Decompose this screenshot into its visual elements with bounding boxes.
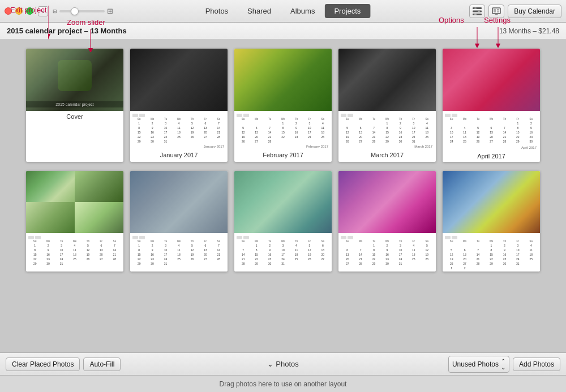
settings-icon (492, 7, 501, 15)
calendar-page-january[interactable]: Su Mo Tu We Th Fr Sa 1 2 3 4 5 6 7 8 9 1 (130, 49, 228, 162)
cal-day: 14 (212, 126, 225, 130)
back-button[interactable]: ‹ (38, 6, 48, 16)
cal-day: 26 (186, 135, 199, 139)
zoom-thumb[interactable] (71, 7, 79, 15)
cal-day (212, 139, 225, 144)
clear-placed-photos-button[interactable]: Clear Placed Photos (6, 357, 80, 371)
cal-day: 23 (145, 135, 158, 139)
cal-day: 29 (132, 139, 145, 144)
settings-button[interactable] (488, 5, 504, 18)
cal-header-we: We (172, 117, 185, 121)
maximize-button[interactable] (26, 7, 33, 15)
svg-rect-17 (497, 11, 499, 12)
page7-calendar: Su Mo Tu We Th Fr Sa 1 2 3 4 5 6 7 8 9 (234, 233, 332, 267)
cal-day: 21 (212, 130, 225, 135)
calendar-row-1: 2015 calendar project Cover Su Mo Tu We (9, 49, 557, 162)
photo-cell-3 (26, 202, 75, 233)
cal-day: 7 (212, 121, 225, 126)
tab-photos[interactable]: Photos (196, 4, 238, 18)
mountain-photo (443, 171, 540, 233)
drag-photos-label: Drag photos here to use on another layou… (220, 380, 347, 388)
march-calendar: Su Mo Tu We Th Fr Sa 1 2 3 4 5 6 7 (338, 111, 436, 149)
multi-photo (26, 171, 123, 233)
unused-photos-chevron-icon: ⌃⌄ (501, 358, 505, 371)
cal-day: 28 (212, 135, 225, 139)
svg-rect-16 (497, 9, 499, 11)
autofill-button[interactable]: Auto-Fill (83, 357, 121, 371)
tab-albums[interactable]: Albums (281, 4, 324, 18)
close-button[interactable] (5, 7, 12, 15)
tab-shared[interactable]: Shared (238, 4, 281, 18)
calendar-page-february[interactable]: Su Mo Tu We Th Fr Sa 1 2 3 4 5 6 7 (234, 49, 332, 162)
swan-photo (234, 171, 332, 233)
minimize-button[interactable] (15, 7, 23, 15)
cal-day: 30 (145, 139, 158, 144)
photos-label: Photos (276, 360, 298, 368)
cal-day: 25 (172, 135, 185, 139)
cal-day: 4 (172, 121, 185, 126)
january-photo (130, 49, 228, 111)
unused-photos-dropdown[interactable]: Unused Photos ⌃⌄ (448, 356, 509, 373)
calendar-page-9[interactable]: Su Mo Tu We Th Fr Sa 1 2 3 4 5 6 7 (443, 171, 540, 272)
cal-day: 31 (159, 139, 172, 144)
project-price: 13 Months – $21.48 (499, 27, 559, 35)
cal-header-fr: Fr (199, 117, 212, 121)
unused-photos-label: Unused Photos (452, 360, 499, 368)
svg-rect-9 (473, 10, 482, 12)
svg-rect-15 (494, 9, 496, 12)
calendar-page-april[interactable]: Su Mo Tu We Th Fr Sa 1 2 3 4 5 (443, 49, 540, 162)
cal-day: 13 (199, 126, 212, 130)
march-label: March 2017 (338, 149, 436, 161)
svg-rect-8 (473, 7, 482, 9)
cal-header-th: Th (186, 117, 199, 121)
zoom-slider-area: ⊟ ⊞ (53, 7, 113, 15)
cal-day: 10 (159, 126, 172, 130)
zoom-in-icon: ⊞ (107, 7, 113, 15)
calendar-page-march[interactable]: Su Mo Tu We Th Fr Sa 1 2 3 4 5 6 7 (338, 49, 436, 162)
february-calendar: Su Mo Tu We Th Fr Sa 1 2 3 4 5 6 7 (234, 111, 332, 149)
svg-rect-10 (473, 14, 482, 15)
april-calendar: Su Mo Tu We Th Fr Sa 1 2 3 4 5 (443, 111, 540, 150)
tab-projects[interactable]: Projects (324, 4, 370, 18)
calendar-page-cover[interactable]: 2015 calendar project Cover (26, 49, 123, 162)
options-button[interactable] (469, 5, 485, 18)
calendar-page-6[interactable]: Su Mo Tu We Th Fr Sa 1 2 3 4 5 6 7 8 9 1 (130, 171, 228, 272)
march-photo (338, 49, 436, 111)
january-grid: Su Mo Tu We Th Fr Sa 1 2 3 4 5 6 7 8 9 1 (132, 117, 225, 144)
calendar-page-7[interactable]: Su Mo Tu We Th Fr Sa 1 2 3 4 5 6 7 8 9 (234, 171, 332, 272)
cover-photo: 2015 calendar project (26, 49, 123, 111)
page8-calendar: Su Mo Tu We Th Fr Sa 1 2 3 4 5 6 7 8 (338, 233, 436, 267)
titlebar-right: Buy Calendar (469, 5, 561, 18)
add-photos-button[interactable]: Add Photos (513, 357, 560, 371)
cal-header-su: Su (132, 117, 145, 121)
cal-day: 27 (199, 135, 212, 139)
cover-text: 2015 calendar project (26, 101, 123, 107)
cal-day: 6 (199, 121, 212, 126)
calendar-page-8[interactable]: Su Mo Tu We Th Fr Sa 1 2 3 4 5 6 7 8 (338, 171, 436, 272)
cal-day: 11 (172, 126, 185, 130)
photos-dropdown[interactable]: ⌄ Photos (267, 360, 298, 368)
statue-photo (130, 171, 228, 233)
cal-day: 15 (132, 130, 145, 135)
buy-calendar-button[interactable]: Buy Calendar (508, 5, 561, 18)
cal-day (172, 139, 185, 144)
calendar-page-5[interactable]: Su Mo Tu We Th Fr Sa 1 2 3 4 5 6 7 8 9 1 (26, 171, 123, 272)
bottom-right: Unused Photos ⌃⌄ Add Photos (448, 356, 560, 373)
cal-day: 18 (172, 130, 185, 135)
calendar-row-2: Su Mo Tu We Th Fr Sa 1 2 3 4 5 6 7 8 9 1 (9, 171, 557, 272)
cal-day: 8 (132, 126, 145, 130)
photo-cell-1 (26, 171, 75, 202)
bottom-toolbar: Clear Placed Photos Auto-Fill ⌄ Photos U… (0, 352, 566, 375)
february-month-label: February 2017 (237, 145, 329, 148)
cal-day: 3 (159, 121, 172, 126)
zoom-out-icon: ⊟ (53, 8, 57, 14)
svg-rect-12 (478, 11, 480, 12)
drag-photos-bar: Drag photos here to use on another layou… (0, 375, 566, 392)
cal-header-mo: Mo (145, 117, 158, 121)
nav-tabs: Photos Shared Albums Projects (196, 4, 371, 18)
flowers-photo (338, 171, 436, 233)
photo-cell-4 (75, 202, 123, 233)
cal-day: 20 (199, 130, 212, 135)
project-header: 2015 calendar project – 13 Months 13 Mon… (0, 23, 566, 40)
cover-label: Cover (66, 111, 83, 122)
